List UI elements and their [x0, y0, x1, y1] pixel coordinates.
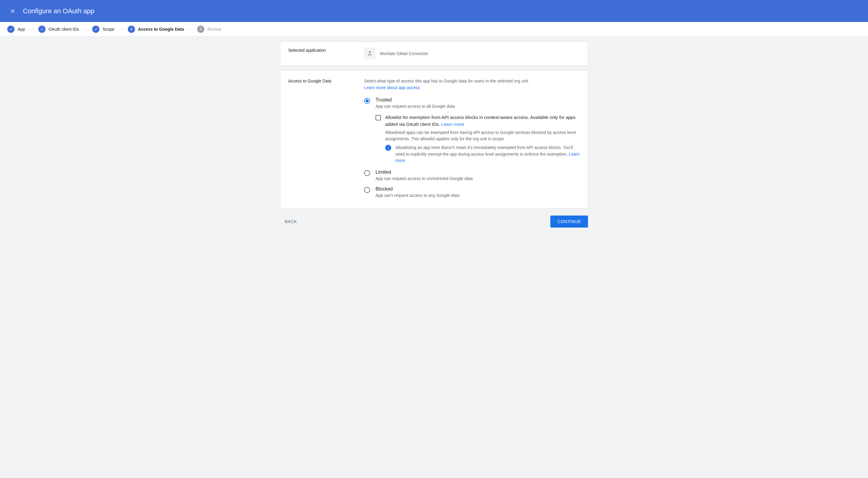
step-app[interactable]: App [7, 26, 25, 33]
step-number-icon: 5 [197, 26, 204, 33]
radio-icon[interactable] [364, 170, 370, 176]
step-label: App [18, 27, 25, 32]
radio-option-trusted[interactable]: Trusted App can request access to all Go… [364, 97, 580, 109]
allowlist-checkbox-block: Allowlist for exemption from API access … [375, 114, 580, 164]
close-button[interactable] [7, 6, 18, 16]
page-header: Configure an OAuth app [0, 0, 868, 22]
close-icon [10, 8, 16, 14]
selected-application-label: Selected application [288, 48, 364, 59]
step-label: Access to Google Data [138, 27, 184, 32]
radio-icon[interactable] [364, 98, 370, 104]
radio-title: Trusted [375, 97, 580, 103]
radio-icon[interactable] [364, 187, 370, 193]
access-section-label: Access to Google Data [288, 78, 364, 198]
continue-button[interactable]: CONTINUE [550, 215, 588, 228]
allowlist-checkbox[interactable] [375, 115, 381, 121]
step-divider [29, 29, 35, 30]
step-label: Scope [102, 27, 115, 32]
step-label: Review [207, 27, 221, 32]
step-label: OAuth client IDs [49, 27, 79, 32]
allowlist-title: Allowlist for exemption from API access … [385, 114, 580, 128]
stepper: App OAuth client IDs Scope 4 Access to G… [0, 22, 868, 37]
step-oauth-client-ids[interactable]: OAuth client IDs [38, 26, 79, 33]
page-title: Configure an OAuth app [23, 7, 94, 15]
app-icon [364, 48, 375, 59]
step-divider [187, 29, 193, 30]
allowlist-info-text: Allowlisting an app here doesn't mean it… [396, 144, 580, 164]
selected-application-name: Workato GMail Connector [380, 51, 428, 56]
radio-subtitle: App can request access to all Google dat… [375, 104, 580, 109]
radio-title: Limited [375, 169, 580, 175]
access-to-google-data-card: Access to Google Data Select what type o… [280, 70, 588, 208]
back-button[interactable]: BACK [280, 216, 302, 227]
step-review: 5 Review [197, 26, 221, 33]
allowlist-learn-more-link[interactable]: Learn more [441, 122, 464, 127]
check-icon [92, 26, 99, 33]
radio-subtitle: App can't request access to any Google d… [375, 193, 580, 198]
radio-title: Blocked [375, 186, 580, 192]
info-icon: i [385, 145, 391, 151]
radio-option-blocked[interactable]: Blocked App can't request access to any … [364, 186, 580, 198]
action-bar: BACK CONTINUE [276, 215, 592, 228]
check-icon [38, 26, 45, 33]
learn-more-link[interactable]: Learn more about app access [364, 85, 420, 90]
allowlist-title-text: Allowlist for exemption from API access … [385, 115, 576, 127]
access-section-description: Select what type of access this app has … [364, 78, 580, 83]
selected-application-card: Selected application Workato GMail Conne… [280, 41, 588, 66]
step-divider [118, 29, 124, 30]
radio-subtitle: App can request access to unrestricted G… [375, 176, 580, 181]
step-number-icon: 4 [128, 26, 135, 33]
step-access-to-google-data[interactable]: 4 Access to Google Data [128, 26, 184, 33]
info-text-body: Allowlisting an app here doesn't mean it… [396, 145, 573, 157]
allowlist-info-block: i Allowlisting an app here doesn't mean … [385, 144, 580, 164]
check-icon [7, 26, 14, 33]
allowlist-subtitle: Allowlisted apps can be exempted from ha… [385, 130, 580, 142]
radio-option-limited[interactable]: Limited App can request access to unrest… [364, 169, 580, 181]
step-scope[interactable]: Scope [92, 26, 115, 33]
step-divider [83, 29, 89, 30]
